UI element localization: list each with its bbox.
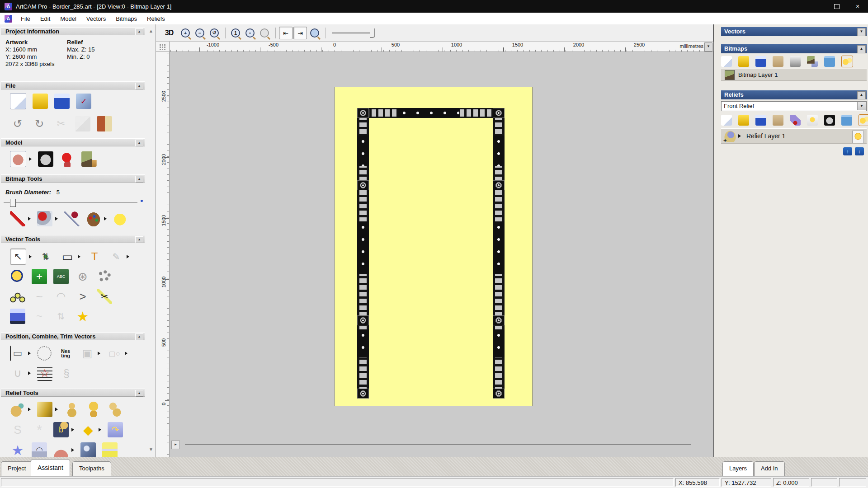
star-relief-icon[interactable]: ★	[10, 442, 25, 457]
greyscale-model-icon[interactable]	[38, 151, 53, 167]
tab-assistant[interactable]: Assistant	[31, 459, 70, 476]
tab-layers[interactable]: Layers	[722, 461, 754, 476]
collapse-icon[interactable]: ▲	[135, 236, 143, 243]
brush-diameter-slider[interactable]	[4, 199, 151, 206]
paste-along-curve-icon[interactable]: ABC	[53, 269, 69, 284]
cut-icon[interactable]: ✂	[53, 116, 69, 131]
minimize-button[interactable]: –	[806, 0, 826, 13]
flyout-arrow-icon[interactable]	[98, 352, 102, 355]
fade-bitmap-icon[interactable]	[790, 56, 801, 67]
relief-visibility-icon[interactable]	[807, 115, 818, 126]
tab-project[interactable]: Project	[1, 461, 33, 476]
wrap-relief-icon[interactable]: ↷	[108, 422, 123, 437]
opacity-slider-track[interactable]	[332, 33, 370, 33]
import-relief-icon[interactable]	[773, 115, 783, 126]
undo-icon[interactable]: ↺	[10, 116, 25, 131]
canvas-viewport[interactable]: ▸	[170, 52, 713, 457]
flyout-arrow-icon[interactable]	[28, 217, 33, 221]
open-model-icon[interactable]	[33, 94, 48, 109]
nesting-icon[interactable]: Nes ting	[58, 346, 73, 361]
relief-layer-name[interactable]: Relief Layer 1	[746, 132, 785, 140]
extrude-profile-icon[interactable]: ◠	[32, 442, 47, 457]
vector-texture-icon[interactable]: ☆	[37, 366, 52, 381]
chevron-down-icon[interactable]: ▼	[857, 102, 866, 110]
new-model-icon[interactable]	[10, 93, 26, 109]
flyout-arrow-icon[interactable]	[71, 428, 76, 432]
weld-vectors-icon[interactable]: ▢○	[107, 346, 122, 361]
menu-bitmaps[interactable]: Bitmaps	[111, 13, 142, 24]
bitmap-to-vector-icon[interactable]	[113, 211, 128, 226]
flood-fill-icon[interactable]	[37, 211, 52, 226]
copy-relief-icon[interactable]	[108, 402, 123, 417]
zoom-out-button[interactable]: −	[193, 27, 207, 39]
flyout-arrow-icon[interactable]	[29, 255, 33, 258]
flyout-arrow-icon[interactable]	[28, 352, 33, 355]
flyout-arrow-icon[interactable]	[28, 408, 33, 411]
import-bitmap-icon[interactable]	[773, 56, 783, 67]
collapse-icon[interactable]: ▲	[857, 91, 866, 99]
colour-picker-icon[interactable]	[64, 211, 80, 226]
envelope-distort-icon[interactable]: ⊛	[75, 269, 90, 284]
menu-edit[interactable]: Edit	[35, 13, 55, 24]
scroll-up-icon[interactable]: ▲	[148, 28, 154, 34]
save-relief-icon[interactable]	[755, 115, 766, 126]
move-layer-down-button[interactable]: ↓	[855, 147, 864, 155]
zoom-object-button[interactable]	[258, 27, 271, 39]
flyout-arrow-icon[interactable]	[127, 255, 131, 258]
move-layer-up-button[interactable]: ↑	[843, 147, 852, 155]
collapse-icon[interactable]: ▲	[135, 176, 143, 183]
collapse-icon[interactable]: ▲	[135, 28, 143, 35]
transform-vectors-icon[interactable]: ⇅	[38, 249, 53, 264]
trim-vectors-icon[interactable]: ∪	[10, 366, 25, 381]
save-bitmap-icon[interactable]	[755, 56, 766, 67]
zoom-fit-button[interactable]: ▫	[243, 27, 257, 39]
new-bitmap-icon[interactable]	[721, 56, 732, 67]
arc-editing-icon[interactable]: ◠	[53, 289, 69, 304]
edit-bitmap-icon[interactable]	[81, 151, 97, 167]
expand-icon[interactable]: ▼	[857, 28, 866, 36]
shape-editor-icon[interactable]	[64, 402, 80, 417]
align-vectors-icon[interactable]: ▭	[10, 346, 25, 361]
options-icon[interactable]: ✓	[76, 94, 91, 109]
layer-visibility-icon[interactable]	[852, 131, 864, 143]
close-button[interactable]: ×	[847, 0, 868, 13]
collapse-icon[interactable]: ▲	[135, 83, 143, 89]
menu-reliefs[interactable]: Reliefs	[142, 13, 170, 24]
expand-arrow-icon[interactable]	[738, 134, 743, 138]
slider-track[interactable]	[4, 202, 137, 203]
cut-vectors-icon[interactable]: ✂	[97, 289, 112, 304]
create-text-icon[interactable]: T	[87, 249, 102, 264]
free-sketch-icon[interactable]: ~	[32, 289, 47, 304]
polyline-icon[interactable]: >	[75, 289, 90, 304]
preview-button[interactable]	[308, 27, 321, 39]
weave-wizard-icon[interactable]: *	[32, 422, 47, 437]
transfer-to-3d-button[interactable]: ⇥	[293, 27, 307, 39]
opacity-slider[interactable]	[332, 28, 375, 38]
star-vector-icon[interactable]: ★	[75, 309, 90, 324]
tab-toolpaths[interactable]: Toolpaths	[72, 461, 111, 476]
render-model-icon[interactable]	[60, 151, 75, 167]
flyout-arrow-icon[interactable]	[55, 217, 60, 221]
open-relief-icon[interactable]	[738, 115, 749, 126]
ruler-unit-dropdown[interactable]: ▼	[704, 42, 712, 52]
menu-vectors[interactable]: Vectors	[81, 13, 111, 24]
maximize-button[interactable]	[826, 0, 847, 13]
opacity-slider-handle[interactable]	[370, 28, 375, 38]
delete-bitmap-icon[interactable]	[824, 56, 835, 67]
collapse-icon[interactable]: ▲	[135, 140, 143, 146]
assistant-scrollbar[interactable]: ▲ ▼	[148, 28, 154, 453]
text-on-curve-icon[interactable]	[37, 346, 52, 361]
flyout-arrow-icon[interactable]	[71, 448, 76, 452]
hscroll-button[interactable]: ▸	[171, 441, 180, 449]
block-paste-icon[interactable]	[97, 269, 112, 284]
collapse-icon[interactable]: ▲	[135, 333, 143, 340]
collapse-icon[interactable]: ▲	[857, 45, 866, 53]
bitmap-visibility-icon[interactable]	[841, 56, 853, 67]
spiral-icon[interactable]: §	[59, 366, 74, 381]
scroll-down-icon[interactable]: ▼	[148, 446, 154, 453]
turn-profile-icon[interactable]	[53, 442, 69, 457]
bitmap-layer-row[interactable]: Bitmap Layer 1	[721, 69, 867, 81]
select-vectors-icon[interactable]: ↖	[10, 249, 26, 265]
new-relief-icon[interactable]	[721, 115, 732, 126]
mirror-vectors-icon[interactable]: ⇅	[53, 309, 69, 324]
